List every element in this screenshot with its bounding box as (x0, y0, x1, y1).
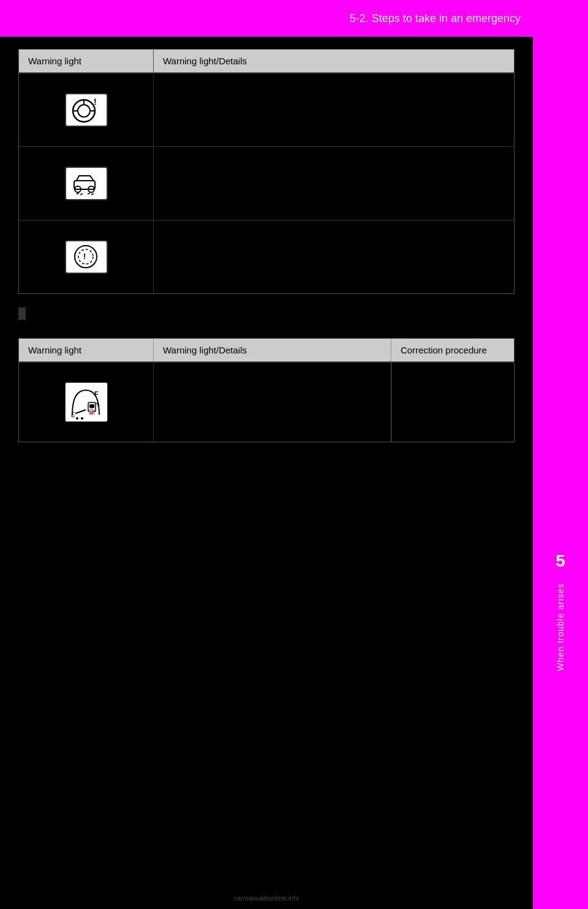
vsc-details-cell (154, 221, 514, 293)
first-table-col2-header: Warning light/Details (154, 50, 514, 72)
chapter-number: 5 (556, 551, 565, 571)
icon-cell-fuel: F E ⛽ (19, 363, 154, 442)
svg-line-18 (75, 410, 86, 413)
icon-cell-traction (19, 147, 154, 220)
svg-text:⛽: ⛽ (89, 408, 96, 415)
vsc-warning-icon: ! (65, 240, 108, 274)
svg-text:E: E (71, 412, 75, 418)
table-row: ! (19, 73, 514, 146)
table-row (19, 146, 514, 220)
first-table-col1-header: Warning light (19, 50, 154, 72)
traction-details-cell (154, 147, 514, 220)
steering-icon-svg: ! (69, 96, 103, 124)
sidebar-label: When trouble arises (556, 583, 565, 671)
vsc-icon-svg: ! (69, 243, 103, 271)
svg-text:!: ! (83, 252, 86, 261)
steering-warning-icon: ! (65, 93, 108, 127)
watermark: carmanualsonline.info (0, 892, 533, 903)
second-table-col3-header: Correction procedure (391, 339, 514, 361)
fuel-correction-cell (391, 363, 514, 442)
second-table-col2-header: Warning light/Details (154, 339, 391, 361)
second-table-col1-header: Warning light (19, 339, 154, 361)
svg-line-11 (88, 193, 90, 194)
section-marker (18, 307, 26, 320)
svg-line-9 (77, 193, 79, 194)
main-content: Warning light Warning light/Details (0, 37, 533, 909)
steering-details-cell (154, 74, 514, 146)
second-table: Warning light Warning light/Details Corr… (18, 338, 514, 442)
right-sidebar: 5 When trouble arises (533, 0, 588, 909)
svg-line-10 (80, 194, 83, 195)
svg-rect-6 (74, 181, 95, 189)
second-table-header: Warning light Warning light/Details Corr… (19, 339, 514, 362)
watermark-text: carmanualsonline.info (233, 894, 299, 902)
svg-point-25 (81, 417, 83, 420)
fuel-gauge-icon-svg: F E ⛽ (66, 384, 106, 421)
svg-point-24 (76, 417, 78, 420)
first-table-header: Warning light Warning light/Details (19, 50, 514, 73)
traction-warning-icon (65, 167, 108, 200)
top-header: 5-2. Steps to take in an emergency (0, 0, 533, 37)
svg-text:!: ! (94, 97, 97, 107)
fuel-details-cell (154, 363, 391, 442)
section-block (18, 306, 514, 320)
table-row: F E ⛽ (19, 362, 514, 442)
icon-cell-steering: ! (19, 74, 154, 146)
svg-text:F: F (94, 390, 99, 398)
table-row: ! (19, 220, 514, 293)
svg-line-12 (91, 194, 94, 195)
page-title: 5-2. Steps to take in an emergency (350, 12, 521, 25)
icon-cell-vsc: ! (19, 221, 154, 293)
first-table: Warning light Warning light/Details (18, 49, 514, 294)
svg-rect-20 (89, 404, 94, 408)
fuel-warning-icon: F E ⛽ (65, 382, 108, 422)
svg-point-1 (78, 105, 90, 117)
traction-icon-svg (69, 170, 103, 197)
